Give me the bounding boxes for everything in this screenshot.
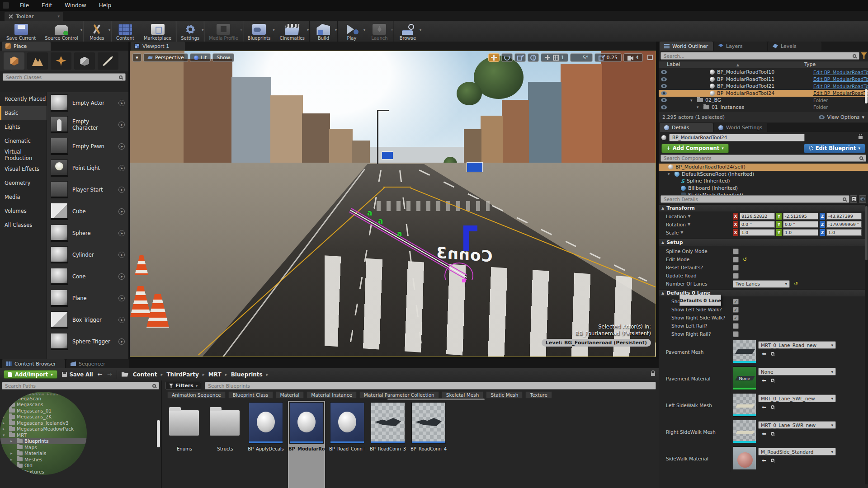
view-options-button[interactable]: View Options ▾ bbox=[819, 114, 864, 120]
toolbar-button[interactable]: Modes bbox=[83, 21, 111, 42]
asset-thumbnail[interactable] bbox=[733, 446, 756, 470]
camera-speed-group[interactable]: 4 bbox=[623, 53, 643, 62]
outliner-row[interactable]: BP_ModularRoadTool11 Edit BP_ModularRoad… bbox=[659, 76, 868, 83]
use-selected-icon[interactable]: ⬅ bbox=[762, 431, 766, 437]
breadcrumb-item[interactable]: Content bbox=[133, 371, 163, 378]
expand-arrow-icon[interactable] bbox=[10, 457, 15, 462]
toolbar-tab[interactable]: Toolbar ▾ bbox=[5, 12, 63, 21]
asset-tile[interactable]: Structs bbox=[207, 401, 243, 488]
folder-tree-item[interactable]: MRT bbox=[0, 432, 87, 438]
reset-icon[interactable]: ↺ bbox=[794, 281, 798, 287]
outliner-scrollbar[interactable] bbox=[865, 89, 868, 103]
asset-tile[interactable]: BP_RoadConn_3Way bbox=[370, 401, 406, 488]
toolbar-button[interactable]: Content bbox=[111, 21, 139, 42]
filter-chip[interactable]: Material bbox=[276, 391, 304, 399]
back-button[interactable]: ← bbox=[98, 371, 103, 378]
component-row[interactable]: Spline (Inherited) bbox=[659, 178, 868, 185]
search-paths-input[interactable]: Search Paths bbox=[2, 382, 159, 389]
number-of-lanes-dropdown[interactable]: Two Lanes bbox=[733, 280, 790, 288]
folder-tree-item[interactable]: MegaScan bbox=[0, 395, 87, 402]
scale-z-field[interactable]: 1.0 bbox=[826, 229, 862, 236]
outliner-row[interactable]: 02_BG Folder bbox=[659, 97, 868, 104]
scale-tool-button[interactable] bbox=[514, 53, 526, 62]
toolbar-button[interactable]: Browse bbox=[394, 21, 422, 42]
rotation-z-field[interactable]: -179.999969 ° bbox=[826, 221, 862, 228]
place-item[interactable]: Empty Actor ➤ bbox=[47, 92, 128, 114]
viewport-tab[interactable]: Viewport 1 bbox=[131, 42, 185, 51]
mode-brush-button[interactable] bbox=[98, 52, 118, 70]
asset-tile[interactable]: BP_ApplyDecals bbox=[248, 401, 284, 488]
place-category[interactable]: Cinematic bbox=[0, 134, 47, 148]
edit-blueprint-button[interactable]: Edit Blueprint▾ bbox=[804, 144, 865, 153]
toolbar-button[interactable]: Launch bbox=[366, 21, 394, 42]
scale-x-field[interactable]: 1.0 bbox=[740, 229, 775, 236]
info-icon[interactable]: ➤ bbox=[118, 165, 125, 171]
filter-chip[interactable]: Material Parameter Collection bbox=[359, 391, 439, 399]
property-checkbox[interactable] bbox=[733, 249, 739, 254]
scale-snap-group[interactable]: 0.25 bbox=[594, 53, 622, 62]
filter-chip[interactable]: Static Mesh bbox=[486, 391, 523, 399]
move-tool-button[interactable] bbox=[488, 53, 500, 62]
place-tab[interactable]: Place bbox=[2, 42, 51, 51]
show-button[interactable]: Show bbox=[212, 53, 234, 62]
folder-tree-item[interactable]: Maps bbox=[0, 444, 87, 450]
visibility-eye-icon[interactable] bbox=[661, 70, 667, 74]
expand-arrow-icon[interactable] bbox=[697, 105, 701, 109]
place-item[interactable]: Cube ➤ bbox=[47, 201, 128, 222]
filter-chip[interactable]: Texture bbox=[525, 391, 552, 399]
reset-icon[interactable]: ↺ bbox=[743, 257, 747, 263]
toolbar-button[interactable]: Save Current bbox=[2, 21, 40, 42]
filters-button[interactable]: Filters▾ bbox=[165, 382, 201, 389]
place-category[interactable]: Volumes bbox=[0, 204, 47, 218]
forward-button[interactable]: → bbox=[107, 371, 112, 378]
add-import-button[interactable]: Add/Import▾ bbox=[4, 370, 57, 379]
browse-to-asset-icon[interactable] bbox=[771, 379, 774, 382]
place-item[interactable]: Cylinder ➤ bbox=[47, 244, 128, 266]
place-category[interactable]: Recently Placed bbox=[0, 92, 47, 106]
rotation-x-field[interactable]: 0.0 ° bbox=[740, 221, 775, 228]
tab-world-settings[interactable]: World Settings bbox=[714, 123, 767, 132]
place-item[interactable]: Box Trigger ➤ bbox=[47, 309, 128, 331]
rotation-y-field[interactable]: 0.0 ° bbox=[783, 221, 818, 228]
world-local-toggle[interactable] bbox=[528, 53, 539, 62]
save-all-button[interactable]: Save All bbox=[62, 371, 93, 378]
folder-tree-item[interactable]: Megascans_01 bbox=[0, 408, 87, 414]
location-x-field[interactable]: 8126.52832 bbox=[740, 213, 775, 220]
details-grid-button[interactable] bbox=[850, 195, 857, 203]
add-component-button[interactable]: + Add Component▾ bbox=[661, 144, 729, 153]
tab-world-outliner[interactable]: World Outliner bbox=[660, 42, 713, 51]
property-checkbox[interactable] bbox=[733, 257, 739, 263]
column-label[interactable]: Label bbox=[659, 61, 804, 68]
toolbar-button[interactable]: Blueprints bbox=[243, 21, 275, 42]
actor-type-link[interactable]: Folder bbox=[813, 104, 868, 110]
info-icon[interactable]: ➤ bbox=[118, 100, 125, 106]
tab-details[interactable]: Details bbox=[660, 123, 713, 132]
folder-tree-item[interactable]: Meadow_Environment_Set bbox=[0, 392, 87, 395]
rotate-tool-button[interactable] bbox=[501, 53, 513, 62]
search-assets-input[interactable]: Search Blueprints bbox=[205, 382, 656, 389]
actor-type-link[interactable]: Folder bbox=[813, 98, 868, 103]
visibility-eye-icon[interactable] bbox=[661, 77, 667, 81]
visibility-eye-icon[interactable] bbox=[661, 84, 667, 88]
rotation-snap-group[interactable]: 5° bbox=[570, 53, 593, 62]
place-item[interactable]: Sphere Trigger ➤ bbox=[47, 331, 128, 352]
spline-handle[interactable] bbox=[462, 279, 466, 282]
info-icon[interactable]: ➤ bbox=[118, 230, 125, 236]
place-category[interactable]: Virtual Production bbox=[0, 148, 47, 162]
place-item[interactable]: Plane ➤ bbox=[47, 287, 128, 309]
expand-arrow-icon[interactable] bbox=[10, 392, 15, 395]
place-item[interactable]: Player Start ➤ bbox=[47, 179, 128, 201]
browse-to-asset-icon[interactable] bbox=[771, 459, 774, 462]
mode-geometry-button[interactable] bbox=[74, 52, 95, 70]
filter-chip[interactable]: Material Instance bbox=[307, 391, 357, 399]
use-selected-icon[interactable]: ⬅ bbox=[762, 404, 766, 410]
info-icon[interactable]: ➤ bbox=[118, 317, 125, 323]
use-selected-icon[interactable]: ⬅ bbox=[762, 351, 766, 357]
visibility-eye-icon[interactable] bbox=[661, 98, 667, 102]
component-row[interactable]: DefaultSceneRoot (Inherited) bbox=[659, 171, 868, 178]
folder-tree-scrollbar[interactable] bbox=[157, 420, 160, 447]
asset-thumbnail[interactable] bbox=[733, 340, 756, 363]
use-selected-icon[interactable]: ⬅ bbox=[762, 457, 766, 464]
place-category[interactable]: Basic bbox=[0, 106, 47, 120]
folder-tree-item[interactable]: Textures bbox=[0, 469, 87, 475]
